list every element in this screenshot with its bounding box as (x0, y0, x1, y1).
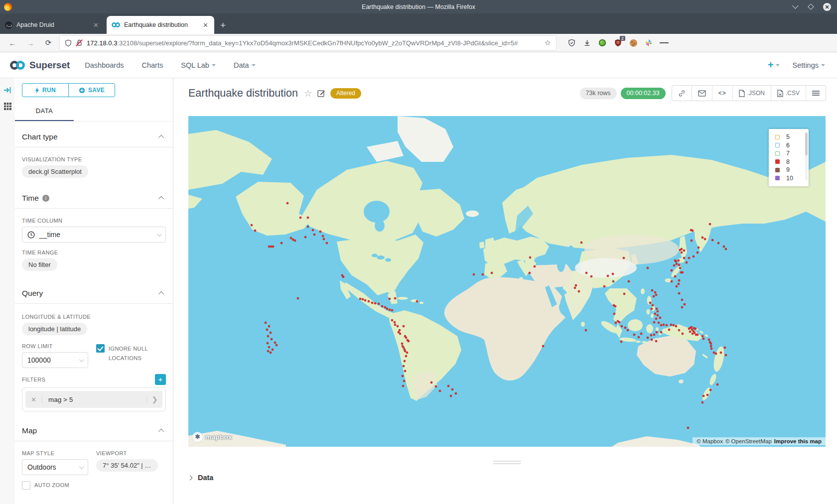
lonlat-label: LONGITUDE & LATITUDE (22, 314, 166, 320)
auto-zoom-checkbox[interactable] (22, 481, 30, 490)
cookie-extension-icon[interactable] (629, 38, 638, 47)
viz-type-label: VISUALIZATION TYPE (22, 156, 166, 162)
nav-item-sql-lab[interactable]: SQL Lab (181, 61, 216, 69)
tab-data[interactable]: DATA (15, 102, 74, 121)
new-tab-button[interactable]: + (220, 20, 226, 31)
extension-green-icon[interactable] (598, 38, 607, 47)
insecure-lock-icon[interactable] (76, 39, 83, 46)
run-button[interactable]: RUN (22, 84, 68, 97)
map-style-label: MAP STYLE (22, 450, 88, 456)
copy-link-button[interactable] (672, 86, 692, 101)
tab-close-icon[interactable]: ✕ (92, 21, 100, 29)
email-button[interactable] (692, 86, 712, 101)
superset-logo[interactable] (9, 59, 26, 71)
window-titlebar: Earthquake distribution — Mozilla Firefo… (0, 0, 837, 13)
chevron-down-icon (821, 64, 825, 66)
shield-permissions-icon[interactable] (65, 39, 72, 47)
info-icon: i (42, 195, 49, 202)
legend-label: 5 (786, 133, 790, 140)
viewport-value[interactable]: 7° 35' 54.02" | 31... (96, 459, 158, 472)
collapsed-datasource-strip (0, 78, 15, 504)
new-item-button[interactable]: + (768, 59, 780, 71)
ignore-null-label: IGNORE NULL LOCATIONS (109, 344, 156, 368)
tab-earthquake-distribution[interactable]: Earthquake distribution ✕ (107, 16, 214, 34)
add-filter-button[interactable]: + (155, 374, 166, 385)
data-panel-toggle[interactable]: Data (188, 474, 213, 482)
chevron-up-icon (158, 135, 164, 140)
improve-map-link[interactable]: Improve this map (774, 438, 822, 444)
filter-chip[interactable]: ✕ mag > 5 ❯ (25, 391, 162, 408)
mapbox-attribution-link[interactable]: © Mapbox (697, 438, 723, 444)
time-column-select[interactable]: __time (22, 227, 166, 243)
tab-close-icon[interactable]: ✕ (202, 21, 209, 29)
protections-shield-icon[interactable] (567, 38, 576, 47)
menu-hamburger-icon[interactable] (660, 38, 669, 47)
mapbox-icon: ✱ (192, 432, 203, 442)
legend-entry[interactable]: 9 (775, 166, 806, 174)
osm-attribution-link[interactable]: © OpenStreetMap (725, 438, 772, 444)
filter-value[interactable]: mag > 5 (42, 396, 146, 403)
ublock-shield-icon[interactable]: 2 (613, 38, 622, 47)
settings-menu[interactable]: Settings (793, 61, 825, 69)
url-text[interactable]: 172.18.0.3:32108/superset/explore/?form_… (87, 39, 542, 47)
dataset-grid-icon[interactable] (3, 102, 12, 111)
time-range-value[interactable]: No filter (22, 258, 57, 271)
downloads-icon[interactable] (582, 38, 591, 47)
back-button[interactable]: ← (7, 39, 18, 47)
edit-properties-icon[interactable] (317, 89, 325, 97)
section-chart-type[interactable]: Chart type (22, 132, 166, 141)
legend-entry[interactable]: 10 (775, 174, 806, 183)
tab-bar: Apache Druid ✕ Earthquake distribution ✕… (0, 13, 837, 34)
query-timer-badge: 00:00:02.33 (621, 88, 666, 99)
bookmark-star-icon[interactable]: ☆ (545, 38, 551, 47)
legend-swatch (775, 176, 780, 180)
tab-apache-druid[interactable]: Apache Druid ✕ (0, 16, 105, 34)
url-bar[interactable]: 172.18.0.3:32108/superset/explore/?form_… (60, 36, 556, 50)
nav-item-charts[interactable]: Charts (142, 61, 163, 69)
plus-circle-icon (79, 87, 85, 94)
expand-panel-icon[interactable] (3, 86, 11, 94)
legend-entry[interactable]: 5 (775, 133, 806, 141)
chevron-right-icon (188, 475, 193, 480)
panel-resize-handle[interactable] (188, 461, 826, 464)
map-legend-entries: 5678910 (775, 133, 806, 182)
legend-entry[interactable]: 7 (775, 149, 806, 158)
chart-title: Earthquake distribution (188, 87, 298, 100)
deckgl-map[interactable]: 5678910 ✱ mapbox © Mapbox © OpenStreetMa… (188, 116, 826, 447)
legend-label: 9 (786, 166, 790, 173)
favorite-star-icon[interactable]: ☆ (304, 88, 312, 99)
legend-entry[interactable]: 6 (775, 141, 806, 150)
viz-type-value[interactable]: deck.gl Scatterplot (22, 165, 88, 178)
pinwheel-extension-icon[interactable] (644, 38, 653, 47)
time-column-label: TIME COLUMN (22, 218, 166, 224)
legend-swatch (775, 168, 780, 172)
world-map[interactable] (188, 116, 826, 447)
reload-button[interactable]: ⟳ (43, 38, 54, 47)
brand-name[interactable]: Superset (29, 60, 70, 71)
row-limit-select[interactable]: 100000 (22, 352, 88, 368)
forward-button[interactable]: → (25, 39, 36, 47)
section-query[interactable]: Query (22, 289, 166, 298)
chevron-right-icon[interactable]: ❯ (146, 395, 162, 403)
section-time[interactable]: Timei (22, 194, 166, 203)
chevron-up-icon (158, 291, 164, 297)
control-panel: RUN SAVE DATA Chart type VISUALIZATION T… (15, 78, 173, 504)
chevron-down-icon (212, 64, 216, 66)
mapbox-logo[interactable]: ✱ mapbox (192, 432, 232, 442)
legend-entry[interactable]: 8 (775, 158, 806, 166)
ignore-null-checkbox[interactable] (96, 344, 105, 353)
section-map[interactable]: Map (22, 426, 166, 435)
export-json-button[interactable]: .JSON (732, 86, 771, 101)
druid-favicon (5, 21, 12, 29)
chart-menu-button[interactable] (806, 86, 826, 101)
save-button[interactable]: SAVE (68, 84, 115, 97)
embed-code-button[interactable]: <> (712, 86, 732, 101)
maximize-icon[interactable] (808, 3, 814, 10)
lonlat-value[interactable]: longitude | latitude (22, 323, 87, 335)
nav-item-data[interactable]: Data (234, 61, 256, 69)
close-icon[interactable]: ✕ (823, 3, 831, 11)
map-style-select[interactable]: Outdoors (22, 459, 88, 475)
nav-item-dashboards[interactable]: Dashboards (85, 61, 124, 69)
remove-filter-icon[interactable]: ✕ (25, 396, 42, 403)
export-csv-button[interactable]: .CSV (771, 86, 806, 101)
